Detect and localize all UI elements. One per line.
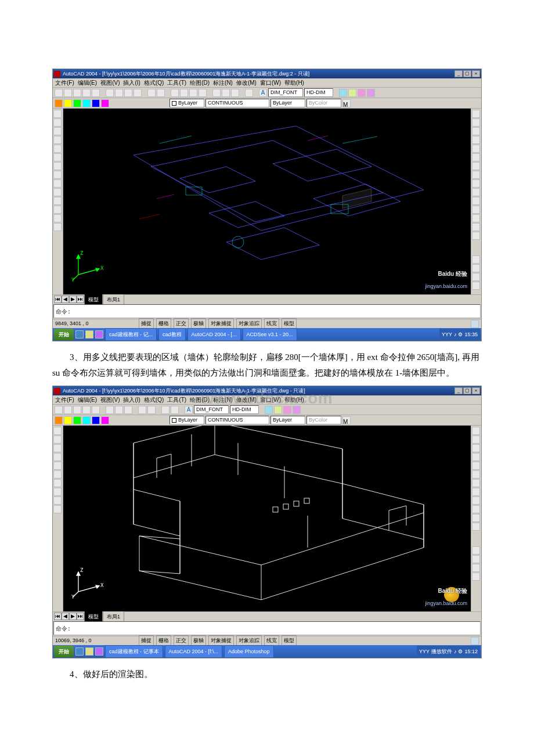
chamfer-icon[interactable] — [472, 214, 480, 222]
task-autocad[interactable]: AutoCAD 2004 - [... — [187, 328, 241, 341]
arc-icon[interactable] — [53, 153, 62, 161]
designcenter-icon[interactable] — [222, 89, 230, 97]
offset-icon[interactable] — [472, 136, 480, 144]
plotstyle-combo[interactable]: ByColor — [306, 416, 341, 424]
cut-icon[interactable] — [106, 89, 114, 97]
menu-file[interactable]: 文件(F) — [55, 395, 74, 405]
status-lweight[interactable]: 线宽 — [264, 635, 279, 646]
tab-next-icon[interactable]: ▶ — [69, 296, 77, 303]
entity-icon[interactable]: M — [342, 416, 351, 424]
copy-icon[interactable] — [115, 406, 123, 414]
status-osnap[interactable]: 对象捕捉 — [208, 635, 234, 646]
layerfreeze-icon[interactable] — [73, 99, 81, 107]
layeroff-icon[interactable] — [64, 99, 72, 107]
save-icon[interactable] — [73, 406, 81, 414]
status-polar[interactable]: 极轴 — [191, 318, 206, 329]
linetype-combo[interactable]: CONTINUOUS — [205, 416, 269, 424]
array-icon[interactable] — [472, 462, 480, 470]
view3d-icon[interactable] — [472, 264, 480, 272]
redo-icon[interactable] — [157, 89, 165, 97]
hatch-icon[interactable] — [53, 496, 62, 505]
erase-icon[interactable] — [472, 427, 480, 435]
textstyle-A-icon[interactable]: A — [185, 406, 193, 414]
extra-icon-1[interactable] — [339, 89, 347, 97]
undo-icon[interactable] — [138, 406, 146, 414]
status-lweight[interactable]: 线宽 — [264, 318, 279, 329]
menu-format[interactable]: 格式(Q) — [144, 78, 164, 88]
layermatch-icon[interactable] — [101, 99, 109, 107]
scale-icon[interactable] — [472, 171, 480, 179]
rotate-icon[interactable] — [472, 479, 480, 487]
pan-icon[interactable] — [171, 89, 179, 97]
shade-icon[interactable] — [472, 564, 480, 572]
tab-model[interactable]: 模型 — [84, 611, 103, 622]
tab-last-icon[interactable]: ⏭ — [77, 296, 84, 303]
status-otrack[interactable]: 对象追踪 — [236, 318, 262, 329]
plotstyle-combo[interactable]: ByColor — [306, 99, 341, 107]
quicklaunch-ie-icon[interactable] — [75, 330, 84, 339]
text-icon[interactable] — [53, 505, 62, 513]
status-snap[interactable]: 捕捉 — [139, 318, 154, 329]
render-icon[interactable] — [472, 282, 480, 290]
erase-icon[interactable] — [472, 110, 480, 118]
lineweight-combo[interactable]: ByLayer — [270, 99, 305, 107]
tab-first-icon[interactable]: ⏮ — [54, 296, 62, 303]
maximize-button[interactable]: ▢ — [463, 387, 471, 394]
extra-icon-3[interactable] — [283, 406, 291, 414]
minimize-button[interactable]: _ — [454, 70, 463, 77]
array-icon[interactable] — [472, 145, 480, 153]
pline-icon[interactable] — [53, 127, 62, 135]
rotate-icon[interactable] — [472, 162, 480, 170]
spline-icon[interactable] — [53, 171, 62, 179]
task-notepad[interactable]: cad建模教程 - 记事本 — [105, 645, 163, 658]
menu-view[interactable]: 视图(V) — [100, 395, 120, 405]
status-osnap[interactable]: 对象捕捉 — [208, 318, 234, 329]
tab-prev-icon[interactable]: ◀ — [62, 613, 69, 620]
trim-icon[interactable] — [472, 188, 480, 196]
menu-insert[interactable]: 插入(I) — [123, 78, 140, 88]
extra-icon-2[interactable] — [348, 89, 356, 97]
print-icon[interactable] — [82, 89, 91, 97]
menu-tools[interactable]: 工具(T) — [167, 395, 186, 405]
tab-layout1[interactable]: 布局1 — [103, 611, 124, 622]
tab-layout1[interactable]: 布局1 — [103, 294, 124, 305]
text-icon[interactable] — [53, 223, 62, 231]
tab-next-icon[interactable]: ▶ — [69, 613, 77, 620]
start-button[interactable]: 开始 — [54, 646, 74, 657]
layeroff-icon[interactable] — [64, 416, 72, 424]
layermatch-icon[interactable] — [101, 416, 109, 424]
paste-icon[interactable] — [124, 406, 132, 414]
pline-icon[interactable] — [53, 435, 62, 444]
start-button[interactable]: 开始 — [54, 329, 74, 340]
properties-icon[interactable] — [212, 89, 221, 97]
cut-icon[interactable] — [106, 406, 114, 414]
status-grid[interactable]: 栅格 — [156, 635, 171, 646]
pan-icon[interactable] — [171, 406, 179, 414]
circle-icon[interactable] — [53, 162, 62, 170]
menu-help[interactable]: 帮助(H) — [284, 78, 304, 88]
new-icon[interactable] — [55, 406, 63, 414]
region-icon[interactable] — [53, 214, 62, 222]
shade-icon[interactable] — [472, 273, 480, 281]
status-tray-icon[interactable] — [471, 320, 479, 328]
print-icon[interactable] — [82, 406, 91, 414]
ellipse-icon[interactable] — [53, 488, 62, 496]
menu-modify[interactable]: 修改(M) — [236, 395, 257, 405]
help-icon[interactable] — [245, 89, 253, 97]
status-polar[interactable]: 极轴 — [191, 635, 206, 646]
mirror-icon[interactable] — [472, 127, 480, 135]
task-autocad[interactable]: AutoCAD 2004 - [f:\... — [165, 645, 223, 658]
point-icon[interactable] — [53, 197, 62, 205]
quicklaunch-media-icon[interactable] — [95, 647, 103, 656]
status-grid[interactable]: 栅格 — [156, 318, 171, 329]
mirror-icon[interactable] — [472, 444, 480, 452]
color-combo[interactable]: ByLayer — [169, 99, 204, 107]
task-photoshop[interactable]: Adobe Photoshop — [224, 645, 274, 658]
toolpalettes-icon[interactable] — [231, 89, 239, 97]
dimstyle-combo[interactable]: HD-DIM — [230, 405, 259, 414]
extend-icon[interactable] — [472, 197, 480, 205]
fillet-icon[interactable] — [472, 223, 480, 231]
color-combo[interactable]: ByLayer — [169, 416, 204, 424]
break-icon[interactable] — [472, 206, 480, 214]
drawing-viewport[interactable]: Z X Y Baidu 经验 jingyan.baidu.com — [63, 426, 471, 611]
